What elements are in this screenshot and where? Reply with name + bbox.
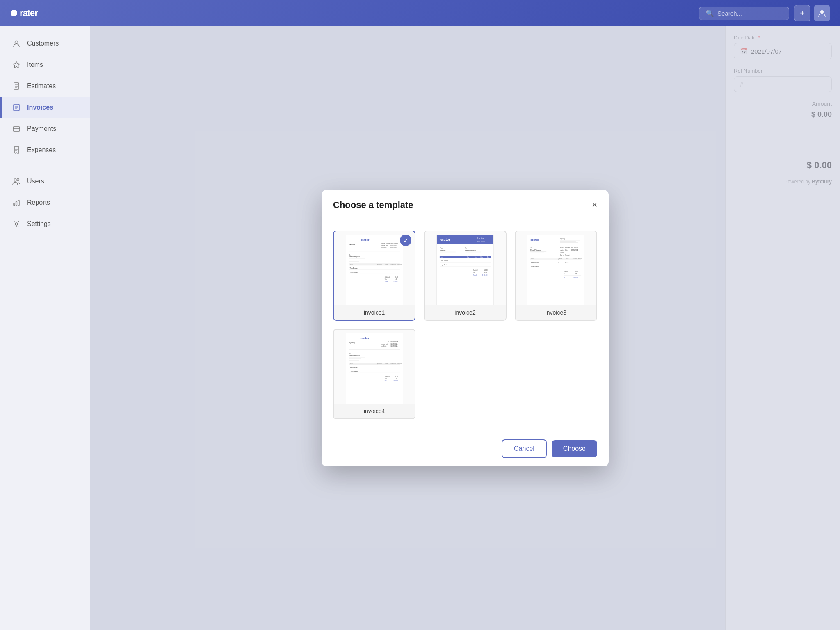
- star-icon: [11, 60, 21, 70]
- sidebar-item-payments[interactable]: Payments: [0, 118, 90, 139]
- svg-text:Web Design: Web Design: [441, 260, 448, 262]
- svg-text:02/25/2021: 02/25/2021: [571, 249, 578, 251]
- sidebar-label-customers: Customers: [27, 40, 59, 47]
- choose-button[interactable]: Choose: [552, 440, 597, 457]
- svg-text:To:: To:: [349, 353, 351, 354]
- templates-grid-row1: crater Bytefury Invoice Number Invoice D…: [333, 231, 597, 321]
- svg-rect-75: [560, 242, 578, 243]
- sidebar-item-estimates[interactable]: Estimates: [0, 75, 90, 97]
- avatar[interactable]: [814, 5, 830, 21]
- modal-title: Choose a template: [333, 200, 413, 210]
- svg-text:Discount: Discount: [390, 363, 396, 365]
- svg-rect-10: [16, 201, 17, 206]
- svg-text:INV-100001: INV-100001: [571, 247, 579, 249]
- svg-text:Terms: Terms: [560, 252, 564, 253]
- template-card-invoice4[interactable]: crater Bytefury Invoice Number Invoice D…: [333, 329, 415, 419]
- template-preview-invoice4: crater Bytefury Invoice Number Invoice D…: [334, 330, 415, 404]
- chart-icon: [11, 198, 21, 208]
- svg-rect-11: [18, 200, 19, 206]
- modal-close-button[interactable]: ×: [592, 201, 597, 210]
- template-card-invoice1[interactable]: crater Bytefury Invoice Number Invoice D…: [333, 231, 415, 321]
- sidebar-label-reports: Reports: [27, 199, 50, 206]
- svg-rect-25: [349, 260, 361, 260]
- svg-text:To: To: [465, 247, 467, 249]
- svg-text:Quantity: Quantity: [377, 264, 382, 265]
- svg-text:Subtotal: Subtotal: [384, 376, 390, 377]
- svg-text:28.00: 28.00: [395, 276, 398, 278]
- svg-text:To:: To:: [530, 247, 532, 249]
- sidebar-item-settings[interactable]: Settings: [0, 213, 90, 235]
- template-preview-invoice2: crater Invoice #INV-100001 From Bytefury…: [425, 231, 505, 305]
- receipt-icon: [11, 145, 21, 155]
- svg-text:Price: Price: [566, 258, 569, 260]
- svg-text:28.00: 28.00: [575, 271, 579, 272]
- top-navigation: rater 🔍 +: [0, 0, 840, 26]
- svg-text:$ 30.00: $ 30.00: [482, 274, 488, 276]
- svg-text:02/25/2021: 02/25/2021: [390, 345, 397, 347]
- svg-point-0: [11, 10, 17, 16]
- cancel-button[interactable]: Cancel: [502, 439, 547, 458]
- svg-text:crater: crater: [440, 237, 450, 242]
- sidebar-label-estimates: Estimates: [27, 82, 56, 90]
- svg-text:02/25/2021: 02/25/2021: [390, 247, 397, 249]
- svg-text:Discount: Discount: [390, 264, 396, 265]
- templates-grid-row2: crater Bytefury Invoice Number Invoice D…: [333, 329, 597, 419]
- svg-text:Amount: Amount: [397, 363, 402, 365]
- svg-text:Logo Design: Logo Design: [350, 371, 358, 372]
- svg-point-12: [15, 223, 18, 225]
- svg-text:Amt: Amt: [487, 256, 489, 258]
- svg-rect-26: [349, 261, 359, 261]
- svg-text:Discount: Discount: [572, 258, 577, 260]
- svg-text:2.00: 2.00: [484, 272, 487, 273]
- modal-body: crater Bytefury Invoice Number Invoice D…: [322, 219, 609, 431]
- svg-text:INV-100001: INV-100001: [390, 243, 398, 244]
- svg-text:Parul Patpyara: Parul Patpyara: [465, 249, 476, 251]
- svg-rect-6: [13, 127, 20, 131]
- svg-text:2.00: 2.00: [395, 378, 397, 379]
- svg-text:$ 30.00: $ 30.00: [393, 281, 398, 283]
- modal-footer: Cancel Choose: [322, 431, 609, 466]
- svg-text:Invoice Date: Invoice Date: [380, 245, 388, 247]
- svg-text:INV-100001: INV-100001: [390, 341, 398, 343]
- sidebar-item-expenses[interactable]: Expenses: [0, 139, 90, 161]
- template-card-invoice2[interactable]: crater Invoice #INV-100001 From Bytefury…: [424, 231, 506, 321]
- svg-text:Parul Patpyara: Parul Patpyara: [349, 354, 360, 356]
- document-icon: [11, 103, 21, 112]
- sidebar-label-settings: Settings: [27, 220, 51, 228]
- svg-text:Subtotal: Subtotal: [473, 269, 478, 271]
- file-icon: [11, 81, 21, 91]
- people-icon: [11, 176, 21, 186]
- svg-text:2.00: 2.00: [575, 273, 578, 275]
- svg-rect-9: [14, 203, 15, 206]
- svg-point-3: [15, 41, 18, 44]
- svg-text:Item: Item: [350, 363, 353, 365]
- svg-text:Tax: Tax: [473, 272, 475, 273]
- search-input[interactable]: [717, 10, 783, 17]
- sidebar-item-users[interactable]: Users: [0, 171, 90, 192]
- svg-text:Web Design: Web Design: [531, 262, 539, 263]
- sidebar-item-reports[interactable]: Reports: [0, 192, 90, 213]
- svg-text:Invoice Date: Invoice Date: [560, 249, 568, 251]
- sidebar-item-items[interactable]: Items: [0, 54, 90, 75]
- svg-text:Amount: Amount: [578, 258, 582, 260]
- svg-text:Web Design: Web Design: [350, 267, 358, 269]
- svg-point-8: [17, 179, 19, 181]
- gear-icon: [11, 219, 21, 229]
- svg-text:Invoice Date: Invoice Date: [380, 343, 388, 345]
- svg-text:Logo Design: Logo Design: [350, 272, 358, 273]
- svg-text:Price: Price: [384, 363, 388, 365]
- svg-text:Invoice: Invoice: [477, 237, 484, 240]
- app-logo: rater: [10, 6, 59, 21]
- svg-text:Quantity: Quantity: [377, 363, 382, 365]
- sidebar: Customers Items Estimates: [0, 26, 90, 630]
- svg-text:Due on Receipt: Due on Receipt: [560, 254, 570, 256]
- sidebar-item-invoices[interactable]: Invoices: [0, 97, 90, 118]
- svg-rect-80: [530, 253, 545, 253]
- sidebar-item-customers[interactable]: Customers: [0, 33, 90, 54]
- sidebar-label-payments: Payments: [27, 125, 56, 132]
- template-card-invoice3[interactable]: crater Bytefury To: Parul Patpyara: [515, 231, 597, 321]
- template-label-invoice1: invoice1: [334, 305, 415, 320]
- svg-text:rater: rater: [20, 8, 38, 18]
- search-bar[interactable]: 🔍: [699, 7, 789, 20]
- add-button[interactable]: +: [794, 5, 810, 21]
